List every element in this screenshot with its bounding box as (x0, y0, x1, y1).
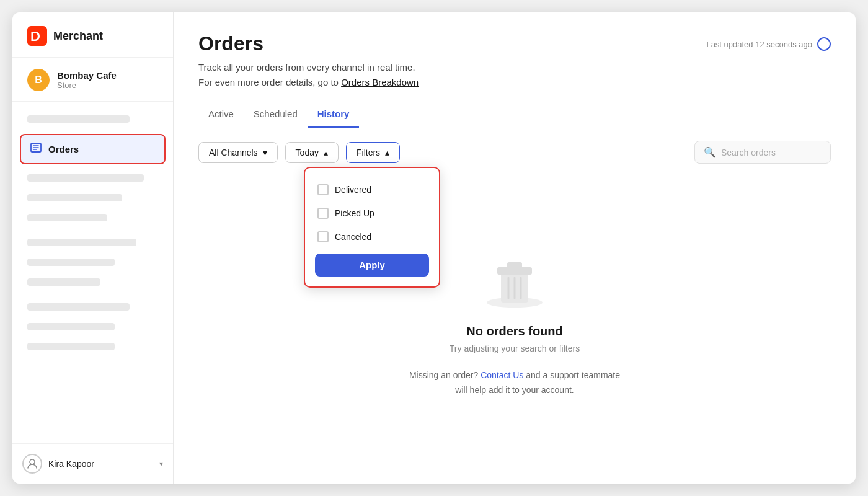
tab-scheduled[interactable]: Scheduled (244, 102, 308, 128)
store-details: Bombay Cafe Store (57, 70, 117, 90)
empty-subtitle: Try adjusting your search or filters (450, 343, 580, 353)
store-info: B Bombay Cafe Store (12, 58, 173, 102)
search-box[interactable]: 🔍 Search orders (694, 141, 831, 164)
last-updated-text: Last updated 12 seconds ago (706, 40, 812, 49)
delivered-checkbox[interactable] (317, 184, 329, 195)
search-icon: 🔍 (704, 146, 716, 158)
sidebar-skeleton-1 (27, 115, 130, 123)
sidebar: D Merchant B Bombay Cafe Store (12, 12, 174, 484)
canceled-label: Canceled (335, 232, 371, 242)
page-title: Orders (198, 32, 418, 55)
page-title-row: Orders Track all your orders from every … (198, 32, 831, 90)
user-avatar (22, 454, 42, 474)
filter-popup: Delivered Picked Up Canceled Apply (304, 167, 440, 288)
svg-point-3 (30, 459, 35, 464)
filters-dropdown[interactable]: Filters ▴ (346, 142, 400, 163)
today-dropdown[interactable]: Today ▴ (285, 142, 339, 163)
sidebar-skeleton-7 (27, 278, 100, 286)
channels-chevron-icon: ▾ (263, 148, 267, 157)
subtitle-line1: Track all your orders from every channel… (198, 62, 415, 73)
sidebar-skeleton-5 (27, 239, 136, 246)
store-avatar: B (27, 69, 50, 91)
page-header: Orders Track all your orders from every … (174, 12, 856, 90)
canceled-checkbox[interactable] (317, 231, 329, 242)
orders-icon (30, 141, 42, 157)
empty-contact: Missing an order? Contact Us and a suppo… (409, 368, 620, 398)
last-updated: Last updated 12 seconds ago (706, 37, 831, 51)
sidebar-skeleton-6 (27, 259, 115, 266)
picked-up-checkbox[interactable] (317, 208, 329, 219)
sidebar-skeleton-8 (27, 303, 130, 311)
tabs-row: Active Scheduled History (174, 90, 856, 128)
picked-up-label: Picked Up (335, 208, 374, 218)
today-label: Today (296, 148, 319, 157)
sidebar-skeleton-10 (27, 343, 115, 350)
empty-state: No orders found Try adjusting your searc… (174, 164, 856, 484)
tab-history[interactable]: History (308, 102, 360, 128)
page-subtitle: Track all your orders from every channel… (198, 60, 418, 90)
tab-active[interactable]: Active (198, 102, 244, 128)
sidebar-nav: Orders (12, 102, 173, 443)
filter-option-delivered[interactable]: Delivered (315, 178, 429, 202)
all-channels-label: All Channels (209, 148, 258, 157)
title-block: Orders Track all your orders from every … (198, 32, 418, 90)
delivered-label: Delivered (335, 185, 371, 195)
orders-label: Orders (48, 144, 79, 154)
sidebar-skeleton-9 (27, 323, 115, 330)
toolbar: All Channels ▾ Today ▴ Filters ▴ Deliver… (174, 128, 856, 164)
empty-illustration (477, 250, 552, 312)
all-channels-dropdown[interactable]: All Channels ▾ (198, 142, 278, 163)
svg-text:D: D (30, 29, 40, 44)
contact-prefix: Missing an order? (409, 370, 478, 380)
contact-us-link[interactable]: Contact Us (480, 370, 523, 380)
store-name: Bombay Cafe (57, 70, 117, 81)
store-type: Store (57, 81, 117, 90)
filter-option-picked-up[interactable]: Picked Up (315, 202, 429, 225)
sidebar-skeleton-3 (27, 194, 122, 202)
app-frame: D Merchant B Bombay Cafe Store (12, 12, 856, 484)
refresh-icon[interactable] (817, 37, 831, 51)
search-placeholder-text: Search orders (721, 148, 776, 157)
filters-chevron-up-icon: ▴ (385, 148, 389, 157)
user-name: Kira Kapoor (48, 459, 94, 469)
apply-button[interactable]: Apply (315, 254, 429, 277)
filters-label: Filters (356, 148, 380, 157)
doordash-logo-icon: D (27, 26, 47, 46)
main-content: Orders Track all your orders from every … (174, 12, 856, 484)
filter-option-canceled[interactable]: Canceled (315, 225, 429, 249)
svg-rect-7 (507, 262, 522, 268)
subtitle-line2: For even more order details, go to (198, 77, 341, 87)
sidebar-skeleton-2 (27, 174, 144, 182)
sidebar-item-orders[interactable]: Orders (20, 134, 166, 164)
user-menu-chevron-icon: ▾ (159, 459, 163, 468)
user-info: Kira Kapoor (22, 454, 94, 474)
sidebar-footer[interactable]: Kira Kapoor ▾ (12, 443, 173, 484)
sidebar-logo: D Merchant (12, 12, 173, 58)
orders-breakdown-link[interactable]: Orders Breakdown (341, 77, 418, 87)
empty-title: No orders found (466, 324, 563, 339)
app-logo-text: Merchant (53, 30, 103, 43)
sidebar-skeleton-4 (27, 214, 107, 221)
today-chevron-up-icon: ▴ (324, 148, 328, 157)
